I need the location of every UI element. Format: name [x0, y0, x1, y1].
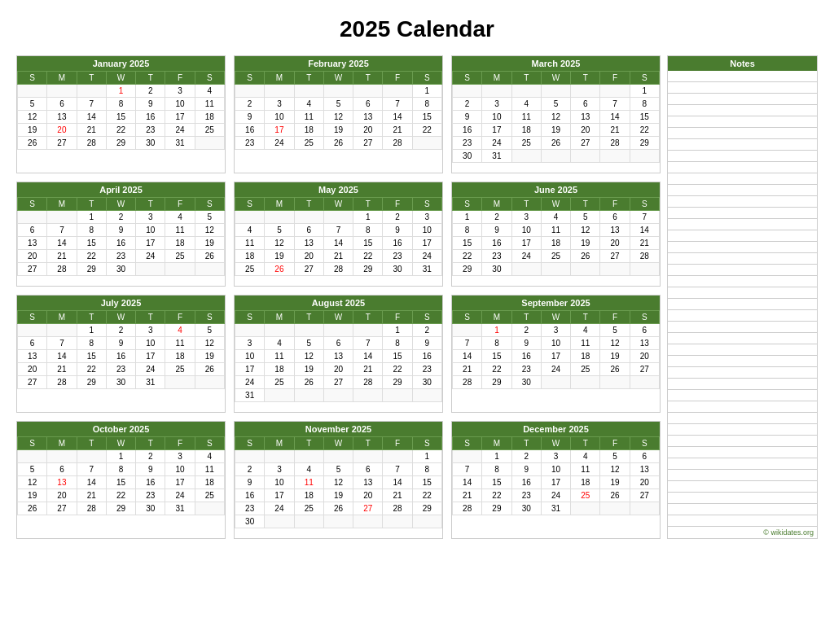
- note-line[interactable]: [668, 481, 817, 493]
- cal-day: 5: [195, 324, 224, 337]
- note-line[interactable]: [668, 105, 817, 116]
- cal-day: 4: [195, 450, 224, 463]
- cal-day: 28: [453, 502, 482, 515]
- cal-day: 4: [165, 324, 195, 337]
- note-line[interactable]: [668, 185, 817, 196]
- cal-day: [600, 85, 630, 98]
- note-line[interactable]: [668, 116, 817, 128]
- note-line[interactable]: [668, 196, 817, 208]
- cal-day: 9: [136, 98, 165, 111]
- cal-day: 8: [482, 337, 511, 350]
- cal-day: 15: [630, 111, 659, 124]
- cal-day: 28: [630, 250, 659, 263]
- cal-day: 17: [235, 363, 265, 376]
- note-line[interactable]: [668, 173, 817, 185]
- note-line[interactable]: [668, 322, 817, 333]
- note-line[interactable]: [668, 128, 817, 139]
- day-header: F: [165, 72, 195, 85]
- day-header: M: [47, 198, 77, 211]
- cal-day: 13: [294, 237, 323, 250]
- notes-panel: Notes © wikidates.org: [667, 55, 818, 539]
- cal-day: 3: [265, 98, 294, 111]
- day-header: S: [453, 437, 482, 450]
- cal-day: [541, 263, 570, 276]
- note-line[interactable]: [668, 139, 817, 151]
- note-line[interactable]: [668, 356, 817, 367]
- cal-day: 15: [412, 476, 441, 489]
- cal-day: [77, 450, 106, 463]
- note-line[interactable]: [668, 436, 817, 447]
- cal-day: 8: [482, 463, 511, 476]
- note-line[interactable]: [668, 424, 817, 436]
- note-line[interactable]: [668, 413, 817, 424]
- cal-day: 27: [571, 137, 600, 150]
- day-header: F: [600, 437, 630, 450]
- note-line[interactable]: [668, 71, 817, 82]
- cal-day: 27: [294, 263, 323, 276]
- cal-day: 5: [600, 324, 630, 337]
- cal-day: 16: [136, 111, 165, 124]
- cal-day: 11: [235, 237, 265, 250]
- day-header: S: [18, 72, 47, 85]
- cal-day: 6: [630, 324, 659, 337]
- cal-day: 25: [571, 363, 600, 376]
- note-line[interactable]: [668, 299, 817, 310]
- cal-day: [47, 211, 77, 224]
- note-line[interactable]: [668, 287, 817, 299]
- note-line[interactable]: [668, 493, 817, 504]
- note-line[interactable]: [668, 515, 817, 527]
- note-line[interactable]: [668, 379, 817, 390]
- cal-day: [541, 376, 570, 389]
- day-header: F: [165, 198, 195, 211]
- cal-day: 9: [412, 337, 441, 350]
- note-line[interactable]: [668, 367, 817, 379]
- cal-day: 22: [453, 250, 482, 263]
- note-line[interactable]: [668, 219, 817, 230]
- note-line[interactable]: [668, 242, 817, 253]
- note-line[interactable]: [668, 344, 817, 356]
- cal-table: SMTWTFS123456789101112131415161718192021…: [452, 197, 660, 276]
- day-header: M: [265, 72, 294, 85]
- cal-day: 14: [630, 224, 659, 237]
- cal-day: 8: [106, 98, 135, 111]
- cal-day: 25: [265, 376, 294, 389]
- cal-day: 30: [511, 502, 541, 515]
- note-line[interactable]: [668, 390, 817, 401]
- day-header: T: [571, 198, 600, 211]
- cal-day: [511, 150, 541, 163]
- note-line[interactable]: [668, 94, 817, 105]
- day-header: W: [541, 72, 570, 85]
- cal-day: 24: [265, 137, 294, 150]
- note-line[interactable]: [668, 504, 817, 515]
- note-line[interactable]: [668, 208, 817, 219]
- cal-day: 2: [412, 324, 441, 337]
- note-line[interactable]: [668, 151, 817, 162]
- note-line[interactable]: [668, 447, 817, 458]
- note-line[interactable]: [668, 82, 817, 94]
- cal-day: 4: [294, 463, 323, 476]
- cal-day: 2: [106, 324, 135, 337]
- cal-day: [383, 85, 412, 98]
- cal-day: [571, 263, 600, 276]
- cal-day: 26: [18, 502, 47, 515]
- note-line[interactable]: [668, 470, 817, 481]
- note-line[interactable]: [668, 230, 817, 242]
- day-header: S: [235, 198, 265, 211]
- note-line[interactable]: [668, 276, 817, 287]
- note-line[interactable]: [668, 310, 817, 322]
- note-line[interactable]: [668, 253, 817, 265]
- cal-day: 12: [571, 224, 600, 237]
- note-line[interactable]: [668, 162, 817, 173]
- cal-day: 20: [630, 350, 659, 363]
- day-header: S: [453, 198, 482, 211]
- note-line[interactable]: [668, 458, 817, 470]
- day-header: W: [106, 198, 135, 211]
- note-line[interactable]: [668, 401, 817, 413]
- cal-day: 13: [630, 337, 659, 350]
- cal-day: 9: [136, 463, 165, 476]
- note-line[interactable]: [668, 333, 817, 344]
- note-line[interactable]: [668, 265, 817, 276]
- cal-day: 28: [383, 137, 412, 150]
- cal-day: 17: [165, 476, 195, 489]
- cal-day: 30: [136, 137, 165, 150]
